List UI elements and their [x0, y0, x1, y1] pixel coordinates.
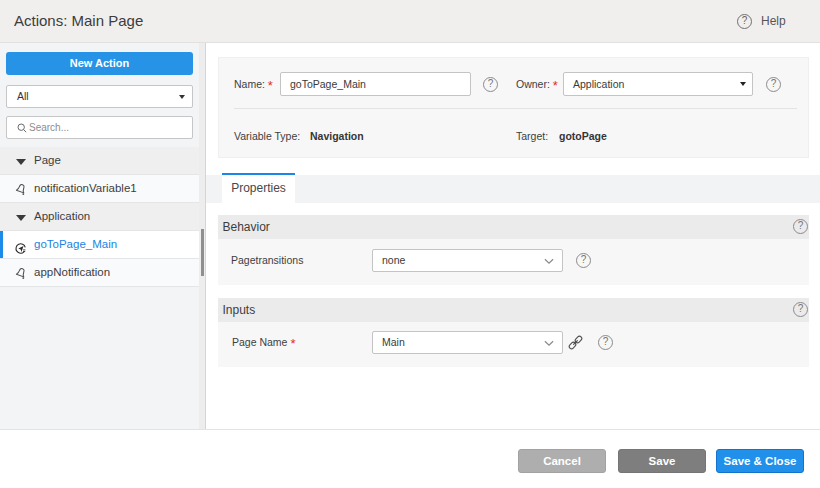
- page-title: Actions: Main Page: [14, 0, 143, 42]
- filter-value: All: [17, 86, 29, 107]
- inputs-section-body: Page Name * Main: [218, 322, 809, 367]
- bell-icon: [14, 266, 28, 280]
- owner-help-icon[interactable]: [766, 77, 781, 92]
- tree-item-label: appNotification: [34, 259, 110, 286]
- tree-item-goToPage-Main[interactable]: goToPage_Main: [0, 231, 199, 259]
- chevron-down-icon: [544, 340, 554, 347]
- search-icon: [17, 123, 27, 133]
- dialog-header: Actions: Main Page Help: [0, 0, 820, 43]
- inputs-section-header: Inputs: [218, 298, 809, 322]
- tree-group-label: Page: [34, 147, 61, 174]
- tree-group-application[interactable]: Application: [0, 203, 199, 231]
- required-asterisk: *: [290, 336, 295, 351]
- pagetransitions-value: none: [382, 250, 405, 271]
- link-icon[interactable]: [568, 335, 583, 350]
- action-summary-panel: Name: * Owner: * Application Variable Ty…: [218, 57, 809, 158]
- inputs-help-icon[interactable]: [793, 302, 808, 317]
- behavior-section-header: Behavior: [218, 215, 809, 239]
- page-name-label: Page Name *: [232, 335, 295, 349]
- actions-sidebar: New Action All Page notification: [0, 43, 199, 429]
- selected-indicator: [0, 231, 3, 258]
- target-value: gotoPage: [559, 129, 607, 143]
- actions-tree: Page notificationVariable1 Application: [0, 147, 199, 287]
- section-title: Behavior: [223, 215, 270, 239]
- bell-icon: [14, 182, 28, 196]
- behavior-section-body: Pagetransitions none: [218, 239, 809, 285]
- sidebar-scrollbar[interactable]: [199, 43, 206, 429]
- variable-type-label: Variable Type:: [234, 129, 300, 143]
- tree-item-appNotification[interactable]: appNotification: [0, 259, 199, 287]
- behavior-help-icon[interactable]: [793, 219, 808, 234]
- tree-item-notificationVariable1[interactable]: notificationVariable1: [0, 175, 199, 203]
- owner-label: Owner: *: [516, 72, 558, 96]
- page-name-help-icon[interactable]: [598, 335, 613, 350]
- search-box[interactable]: [6, 116, 193, 139]
- filter-dropdown[interactable]: All: [6, 85, 193, 108]
- pagetransitions-dropdown[interactable]: none: [372, 249, 563, 272]
- help-icon[interactable]: [737, 14, 752, 29]
- chevron-down-icon: [544, 258, 554, 265]
- caret-down-icon: [740, 82, 746, 86]
- help-label[interactable]: Help: [761, 14, 786, 29]
- search-input[interactable]: [29, 118, 179, 137]
- target-label: Target:: [516, 129, 548, 143]
- name-help-icon[interactable]: [483, 77, 498, 92]
- navigate-icon: [14, 240, 28, 255]
- tree-item-label: goToPage_Main: [34, 231, 117, 258]
- save-button[interactable]: Save: [618, 449, 706, 473]
- tab-properties[interactable]: Properties: [222, 173, 295, 203]
- section-title: Inputs: [223, 298, 256, 322]
- caret-down-icon: [179, 95, 185, 99]
- owner-select[interactable]: Application: [563, 72, 753, 96]
- tree-group-label: Application: [34, 203, 90, 230]
- page-name-dropdown[interactable]: Main: [372, 331, 563, 354]
- dialog-footer: Cancel Save Save & Close: [0, 429, 820, 488]
- collapse-triangle-icon[interactable]: [16, 159, 26, 165]
- new-action-button[interactable]: New Action: [6, 52, 193, 75]
- pagetransitions-label: Pagetransitions: [231, 253, 303, 267]
- name-input[interactable]: [280, 72, 471, 96]
- tab-strip: Properties: [206, 175, 820, 203]
- cancel-button[interactable]: Cancel: [518, 449, 606, 473]
- panel-divider: [234, 108, 797, 109]
- name-label: Name: *: [234, 72, 273, 96]
- tree-group-page[interactable]: Page: [0, 147, 199, 175]
- owner-value: Application: [573, 73, 624, 95]
- page-name-value: Main: [382, 332, 405, 353]
- tree-item-label: notificationVariable1: [34, 175, 137, 202]
- action-detail-panel: Name: * Owner: * Application Variable Ty…: [206, 43, 820, 429]
- required-asterisk: *: [268, 78, 273, 93]
- collapse-triangle-icon[interactable]: [16, 215, 26, 221]
- pagetransitions-help-icon[interactable]: [576, 253, 591, 268]
- scrollbar-thumb[interactable]: [201, 229, 204, 276]
- variable-type-value: Navigation: [310, 129, 364, 143]
- required-asterisk: *: [553, 78, 558, 93]
- save-and-close-button[interactable]: Save & Close: [716, 449, 804, 473]
